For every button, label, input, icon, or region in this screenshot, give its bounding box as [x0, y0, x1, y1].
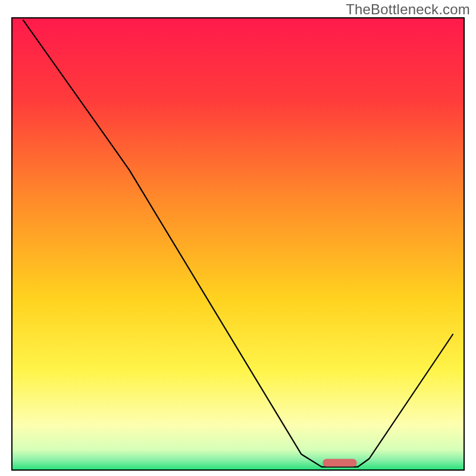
- optimum-marker: [323, 459, 357, 466]
- chart-background: [12, 18, 464, 470]
- bottleneck-chart: [0, 0, 476, 476]
- chart-container: TheBottleneck.com: [0, 0, 476, 476]
- watermark-text: TheBottleneck.com: [346, 1, 470, 18]
